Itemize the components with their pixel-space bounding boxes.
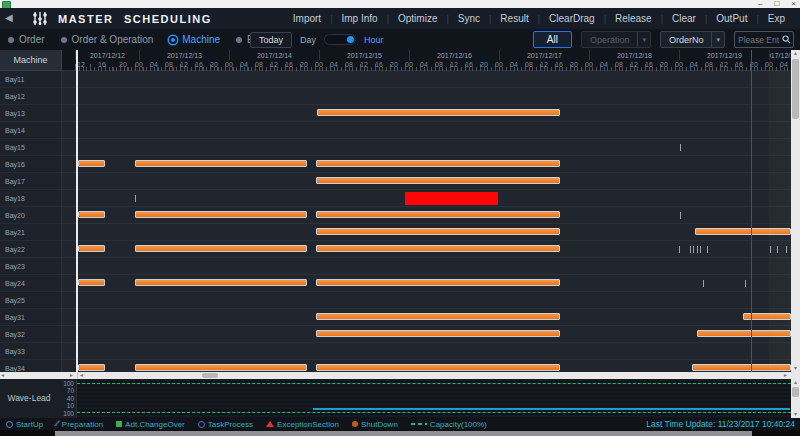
today-button[interactable]: Today: [250, 32, 292, 48]
exception-bar[interactable]: [405, 192, 498, 205]
scroll-right-icon[interactable]: ▸: [70, 372, 73, 379]
gantt-row-bay13: [62, 105, 791, 122]
task-tick[interactable]: [135, 195, 136, 202]
legend-item-label: Adt.ChangeOver: [125, 420, 185, 429]
gantt-row-bay32: [62, 326, 791, 343]
scroll-left-icon[interactable]: ◂: [80, 372, 83, 379]
minimize-button[interactable]: –: [758, 0, 762, 8]
exceptionsection-icon: [266, 421, 274, 427]
menu-result[interactable]: Result: [491, 13, 537, 24]
task-bar[interactable]: [316, 330, 560, 337]
capacity-line: [77, 412, 791, 413]
operation-dropdown[interactable]: Operation ▾: [581, 31, 651, 48]
task-bar[interactable]: [78, 245, 105, 252]
task-tick[interactable]: [745, 280, 746, 287]
scroll-left-icon[interactable]: ◂: [1, 372, 4, 379]
machine-row-label: Bay32: [0, 326, 61, 343]
task-bar[interactable]: [316, 177, 560, 184]
day-header-2017-12-13: 2017/12/13: [139, 50, 229, 60]
view-radio-order-operation[interactable]: Order & Operation: [61, 34, 154, 45]
task-bar[interactable]: [135, 245, 307, 252]
menu-clear[interactable]: Clear: [663, 13, 705, 24]
view-radio-machine[interactable]: Machine: [169, 34, 220, 45]
machine-row-label: Bay33: [0, 343, 61, 360]
task-bar[interactable]: [78, 364, 105, 371]
task-bar[interactable]: [78, 160, 105, 167]
scrollbar-thumb[interactable]: [792, 387, 799, 397]
all-button[interactable]: All: [533, 31, 572, 48]
task-bar[interactable]: [316, 313, 560, 320]
scrollbar-thumb[interactable]: [792, 59, 799, 119]
task-tick[interactable]: [703, 280, 704, 287]
machine-row-label: Bay24: [0, 275, 61, 292]
menu-imp-info[interactable]: Imp Info: [333, 13, 387, 24]
wave-label: Wave-Lead: [0, 393, 58, 403]
task-bar[interactable]: [135, 160, 307, 167]
machine-row-label: Bay23: [0, 258, 61, 275]
task-bar[interactable]: [316, 211, 560, 218]
task-bar[interactable]: [316, 228, 560, 235]
orderno-dropdown[interactable]: OrderNo ▾: [660, 31, 725, 48]
task-bar[interactable]: [317, 109, 560, 116]
radio-icon: [8, 37, 14, 43]
task-bar[interactable]: [135, 279, 307, 286]
task-bar[interactable]: [316, 364, 560, 371]
vertical-scrollbar[interactable]: ▴ ▾: [791, 50, 800, 372]
search-input[interactable]: [735, 35, 782, 45]
wave-axis-value: 40: [67, 395, 74, 402]
scroll-down-icon[interactable]: ▾: [791, 411, 800, 418]
day-header-2017-12-20: 2017/12/20: [769, 50, 791, 60]
task-tick[interactable]: [693, 246, 694, 253]
search-icon[interactable]: [782, 35, 791, 44]
view-radio-label: Order: [19, 34, 45, 45]
day-hour-toggle[interactable]: [324, 34, 356, 45]
task-bar[interactable]: [135, 364, 307, 371]
task-tick[interactable]: [679, 246, 680, 253]
machine-row-label: Bay14: [0, 122, 61, 139]
day-label: Day: [300, 35, 316, 45]
wave-vertical-scrollbar[interactable]: ▴ ▾: [791, 379, 800, 418]
task-bar[interactable]: [316, 279, 560, 286]
day-header-2017-12-17: 2017/12/17: [499, 50, 589, 60]
operation-dropdown-value: Operation: [582, 35, 638, 45]
view-radio-order[interactable]: Order: [8, 34, 45, 45]
menu-release[interactable]: Release: [606, 13, 661, 24]
task-tick[interactable]: [690, 246, 691, 253]
machine-name-column: Bay11Bay12Bay13Bay14Bay15Bay16Bay17Bay18…: [0, 71, 62, 372]
menu-optimize[interactable]: Optimize: [389, 13, 446, 24]
task-bar[interactable]: [78, 279, 105, 286]
scroll-up-icon[interactable]: ▴: [791, 379, 800, 386]
scroll-down-icon[interactable]: ▾: [791, 365, 800, 372]
task-tick[interactable]: [707, 246, 708, 253]
wave-axis: 100704010100: [63, 380, 74, 417]
close-button[interactable]: ×: [791, 0, 796, 8]
scrollbar-thumb[interactable]: [202, 373, 218, 378]
scroll-up-icon[interactable]: ▴: [791, 50, 800, 57]
app-window: – □ × ◀ MASTER SCHEDULING Import|Imp Inf…: [0, 0, 800, 436]
menu-import[interactable]: Import: [284, 13, 330, 24]
task-bar[interactable]: [135, 211, 307, 218]
day-header-2017-12-15: 2017/12/15: [319, 50, 409, 60]
page-title: MASTER SCHEDULING: [58, 13, 212, 25]
horizontal-scrollbar[interactable]: ◂ ▸ ◂ ▸: [0, 372, 800, 379]
menu-sync[interactable]: Sync: [449, 13, 489, 24]
scroll-right-icon[interactable]: ▸: [784, 372, 787, 379]
task-tick[interactable]: [697, 246, 698, 253]
menu-cleardrag[interactable]: ClearDrag: [540, 13, 604, 24]
gantt-row-bay18: [62, 190, 791, 207]
time-marker-line: [751, 50, 752, 372]
task-bar[interactable]: [78, 211, 105, 218]
task-bar[interactable]: [316, 245, 560, 252]
maximize-button[interactable]: □: [774, 0, 779, 8]
legend-item-shutdown: ShutDown: [352, 420, 398, 429]
task-bar[interactable]: [316, 160, 560, 167]
task-tick[interactable]: [680, 144, 681, 151]
highlight-band: [769, 71, 791, 372]
menu-exp[interactable]: Exp: [759, 13, 794, 24]
task-tick[interactable]: [680, 212, 681, 219]
task-tick[interactable]: [700, 246, 701, 253]
menu-output[interactable]: OutPut: [707, 13, 756, 24]
back-icon[interactable]: ◀: [5, 12, 13, 23]
legend-item-exceptionsection: ExceptionSection: [266, 420, 339, 429]
chevron-down-icon: ▾: [637, 32, 650, 47]
